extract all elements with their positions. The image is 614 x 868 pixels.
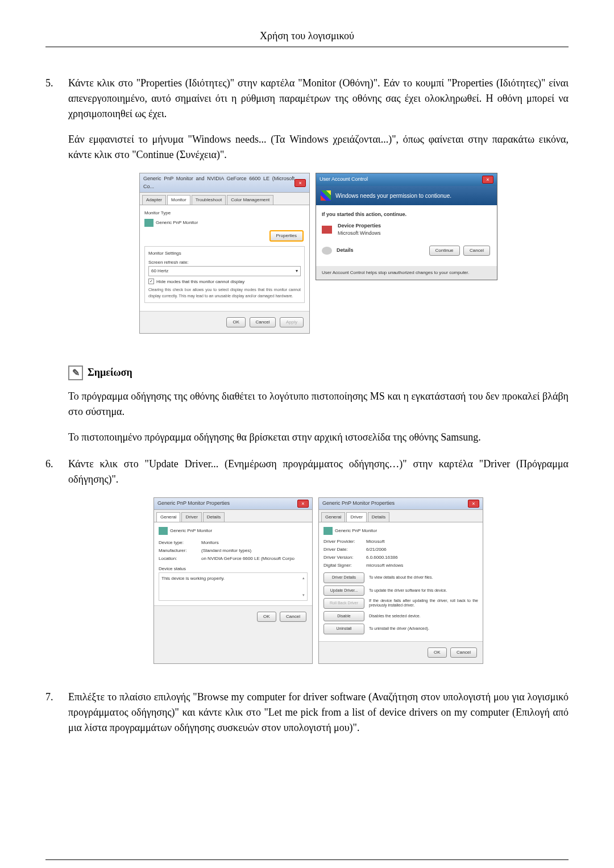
monitor-name: Generic PnP Monitor (156, 219, 198, 226)
note-icon: ✎ (68, 366, 83, 380)
tab-driver[interactable]: Driver (181, 512, 201, 522)
dialog-buttons: OK Cancel Apply (140, 311, 309, 333)
uninstall-button[interactable]: Uninstall (323, 624, 364, 634)
note-body: Το πρόγραμμα οδήγησης της οθόνης διαθέτε… (68, 389, 569, 445)
uac-dialog: User Account Control × Windows needs you… (316, 173, 497, 280)
details-link[interactable]: Details (337, 247, 354, 255)
note-header: ✎ Σημείωση (68, 365, 569, 380)
tab-details[interactable]: Details (203, 512, 225, 522)
provider: Microsoft (366, 538, 384, 545)
dialog-buttons: OK Cancel (319, 641, 483, 663)
version-label: Driver Version: (323, 554, 366, 561)
tab-general[interactable]: General (321, 512, 345, 522)
note-para: Το πρόγραμμα οδήγησης της οθόνης διαθέτε… (68, 389, 569, 420)
uac-body: If you started this action, continue. De… (316, 205, 497, 266)
device-type: Monitors (201, 539, 219, 546)
apply-button[interactable]: Apply (280, 317, 304, 327)
refresh-value: 60 Hertz (151, 268, 168, 275)
device-name: Generic PnP Monitor (335, 528, 377, 534)
hide-modes-checkbox[interactable]: ✓ (148, 279, 154, 284)
scroll-down-icon[interactable]: ▾ (302, 592, 305, 599)
cancel-button[interactable]: Cancel (450, 647, 477, 658)
tab-monitor[interactable]: Monitor (167, 195, 190, 205)
step-7: 7. Επιλέξτε το πλαίσιο επιλογής "Browse … (45, 690, 569, 746)
properties-driver-dialog: Generic PnP Monitor Properties × General… (318, 497, 483, 664)
para: Επιλέξτε το πλαίσιο επιλογής "Browse my … (68, 690, 569, 736)
continue-button[interactable]: Continue (429, 246, 460, 256)
location: on NVIDIA GeForce 6600 LE (Microsoft Cor… (201, 555, 294, 562)
status-text: This device is working properly. (161, 575, 225, 598)
location-label: Location: (159, 555, 201, 562)
dialog-body: Monitor Type Generic PnP Monitor Propert… (140, 205, 309, 311)
note-section: ✎ Σημείωση Το πρόγραμμα οδήγησης της οθό… (68, 365, 569, 445)
cancel-button[interactable]: Cancel (463, 246, 490, 256)
screenshots-step6: Generic PnP Monitor Properties × General… (68, 497, 569, 664)
provider-label: Driver Provider: (323, 538, 366, 545)
publisher: Microsoft Windows (338, 230, 381, 238)
device-type-label: Device type: (159, 539, 201, 546)
uac-title: User Account Control (320, 176, 368, 184)
close-icon[interactable]: × (294, 179, 306, 187)
tab-driver[interactable]: Driver (346, 512, 366, 522)
date: 6/21/2006 (366, 546, 387, 553)
tab-general[interactable]: General (156, 512, 180, 522)
ok-button[interactable]: OK (428, 647, 447, 658)
driver-details-button[interactable]: Driver Details (323, 572, 364, 583)
uac-footer: User Account Control helps stop unauthor… (316, 266, 497, 280)
uac-banner-text: Windows needs your permission to contion… (335, 192, 451, 200)
close-icon[interactable]: × (297, 500, 309, 508)
ok-button[interactable]: OK (257, 612, 276, 622)
disable-button[interactable]: Disable (323, 611, 364, 622)
note-title: Σημείωση (88, 365, 132, 380)
monitor-icon (159, 527, 168, 535)
device-name: Generic PnP Monitor (170, 528, 212, 534)
properties-general-dialog: Generic PnP Monitor Properties × General… (154, 497, 313, 664)
close-icon[interactable]: × (482, 176, 493, 184)
window-title: Generic PnP Monitor Properties (157, 500, 230, 508)
para: Κάντε κλικ στο "Properties (Ιδιότητες)" … (68, 76, 569, 122)
signer: microsoft windows (366, 562, 403, 569)
manufacturer-label: Manufacturer: (159, 547, 201, 554)
scroll-up-icon[interactable]: ▴ (302, 575, 305, 582)
page-header: Χρήση του λογισμικού (45, 28, 569, 47)
monitor-type-label: Monitor Type (144, 210, 305, 217)
cancel-button[interactable]: Cancel (250, 317, 276, 327)
uninstall-desc: To uninstall the driver (Advanced). (369, 626, 429, 631)
step-content: Κάντε κλικ στο "Update Driver... (Ενημέρ… (68, 456, 569, 678)
dialog-buttons: OK Cancel (154, 605, 312, 628)
refresh-select[interactable]: 60 Hertz ▾ (148, 266, 301, 276)
monitor-settings-group: Monitor Settings Screen refresh rate: 60… (144, 246, 305, 303)
tabs: General Driver Details (319, 510, 483, 522)
signer-label: Digital Signer: (323, 562, 366, 569)
cancel-button[interactable]: Cancel (280, 612, 306, 622)
settings-label: Monitor Settings (148, 250, 301, 257)
update-driver-button[interactable]: Update Driver... (323, 585, 364, 596)
date-label: Driver Date: (323, 546, 366, 553)
shield-icon (321, 190, 331, 201)
titlebar: Generic PnP Monitor Properties × (319, 498, 483, 510)
step-number: 7. (45, 690, 68, 746)
tab-troubleshoot[interactable]: Troubleshoot (192, 195, 226, 205)
properties-button[interactable]: Properties (269, 230, 304, 242)
tab-color[interactable]: Color Management (227, 195, 273, 205)
close-icon[interactable]: × (468, 500, 479, 508)
para: Κάντε κλικ στο "Update Driver... (Ενημέρ… (68, 456, 569, 487)
step-5: 5. Κάντε κλικ στο "Properties (Ιδιότητες… (45, 76, 569, 348)
status-box: This device is working properly. ▴ ▾ (159, 572, 308, 601)
tab-details[interactable]: Details (368, 512, 389, 522)
titlebar: Generic PnP Monitor Properties × (154, 498, 312, 510)
driver-details-desc: To view details about the driver files. (369, 575, 433, 580)
rollback-button[interactable]: Roll Back Driver (323, 598, 364, 609)
ok-button[interactable]: OK (226, 317, 246, 327)
version: 6.0.6000.16386 (366, 554, 398, 561)
disable-desc: Disables the selected device. (369, 614, 421, 618)
step-number: 6. (45, 456, 68, 678)
hide-modes-desc: Clearing this check box allows you to se… (148, 287, 301, 299)
refresh-label: Screen refresh rate: (148, 259, 301, 266)
tab-adapter[interactable]: Adapter (142, 195, 166, 205)
uac-banner: Windows needs your permission to contion… (316, 186, 497, 205)
step-number: 5. (45, 76, 68, 348)
dialog-body: Generic PnP Monitor Device type:Monitors… (154, 522, 312, 605)
monitor-icon (144, 219, 154, 227)
details-icon (322, 247, 332, 255)
